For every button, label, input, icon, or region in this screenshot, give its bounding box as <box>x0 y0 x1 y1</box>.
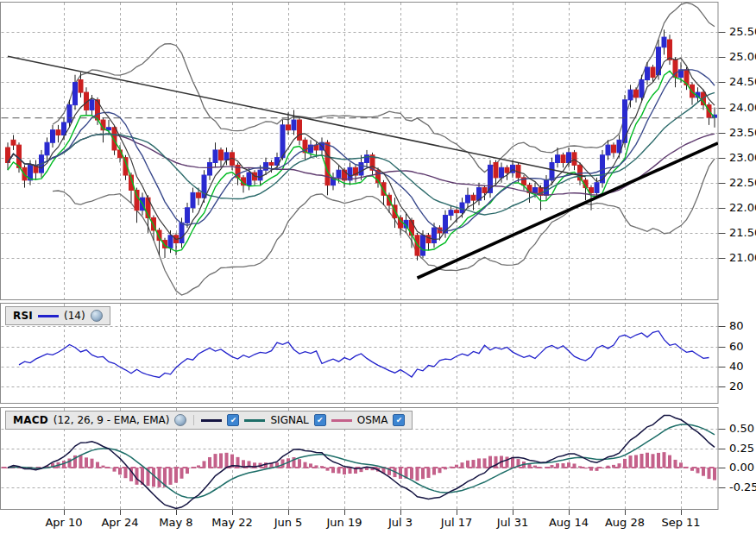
osma-bar <box>696 468 700 473</box>
down-candle <box>612 145 616 153</box>
osma-bar <box>102 466 105 468</box>
signal-line <box>8 424 715 498</box>
osma-bar <box>607 466 610 468</box>
osma-bar <box>629 455 633 468</box>
rsi-legend-params: (14) <box>64 310 85 322</box>
up-candle <box>180 223 184 242</box>
osma-bar <box>528 464 532 468</box>
osma-bar <box>477 458 481 468</box>
up-candle <box>606 145 610 155</box>
price-axis-label: 24.00 <box>729 101 756 114</box>
up-candle <box>264 162 268 170</box>
osma-bar <box>326 468 330 471</box>
down-candle <box>634 90 639 97</box>
date-axis-label: Aug 28 <box>605 516 645 529</box>
osma-bar <box>180 468 184 479</box>
osma-bar <box>107 468 110 468</box>
osma-bar <box>461 462 464 468</box>
osma-bar <box>158 468 161 487</box>
macd-axis-label: 0.00 <box>729 461 754 474</box>
down-candle <box>399 217 403 228</box>
osma-bar <box>203 461 206 468</box>
osma-bar <box>601 468 604 468</box>
up-candle <box>62 123 66 135</box>
up-candle <box>107 128 111 130</box>
date-axis-label: Apr 24 <box>101 516 138 529</box>
osma-bar <box>113 468 117 472</box>
rsi-legend-title: RSI <box>13 310 33 322</box>
price-axis-label: 25.00 <box>729 50 756 63</box>
price-axis-label: 21.50 <box>729 226 756 239</box>
chart-canvas <box>0 0 756 534</box>
signal-visibility-checkbox[interactable]: ✔ <box>314 414 326 426</box>
date-axis-label: May 8 <box>159 516 192 529</box>
osma-bar <box>331 468 335 473</box>
osma-bar <box>96 462 99 468</box>
down-candle <box>505 167 509 173</box>
osma-bar <box>674 460 677 468</box>
down-candle <box>17 145 22 167</box>
osma-bar <box>192 468 195 468</box>
osma-bar <box>298 459 301 468</box>
osma-bar <box>438 468 442 473</box>
up-candle <box>247 173 251 185</box>
osma-bar <box>219 453 223 468</box>
osma-bar <box>208 457 211 468</box>
up-candle <box>567 153 571 163</box>
gridlines <box>2 3 726 515</box>
down-candle <box>325 142 330 185</box>
osma-bar <box>584 468 588 468</box>
osma-bar <box>556 463 559 468</box>
up-candle <box>337 170 341 178</box>
date-axis-label: Jul 31 <box>497 516 528 529</box>
price-axis-label: 21.00 <box>729 251 756 264</box>
osma-bar <box>421 468 425 479</box>
osma-bar <box>309 463 312 468</box>
osma-bar <box>214 454 217 468</box>
osma-bar <box>539 468 543 468</box>
osma-bar <box>657 453 660 468</box>
rsi-axis-label: 60 <box>729 340 744 353</box>
candles <box>6 29 717 260</box>
osma-bar <box>668 455 671 468</box>
osma-bar <box>399 468 402 479</box>
osma-bar <box>444 468 447 469</box>
osma-visibility-checkbox[interactable]: ✔ <box>393 414 405 426</box>
up-candle <box>90 100 94 110</box>
down-candle <box>668 40 672 60</box>
osma-bar <box>455 465 458 468</box>
up-candle <box>292 120 296 130</box>
down-candle <box>482 188 487 193</box>
osma-bar <box>343 468 346 474</box>
osma-bar <box>450 467 453 468</box>
osma-bar <box>578 466 582 468</box>
osma-bar <box>337 468 341 474</box>
down-candle <box>197 192 201 198</box>
down-candle <box>589 188 594 193</box>
up-candle <box>67 105 72 123</box>
osma-legend-label: OSMA <box>357 414 388 426</box>
osma-swatch <box>331 419 352 422</box>
osma-bar <box>533 466 537 468</box>
up-candle <box>466 195 470 203</box>
globe-icon[interactable] <box>174 414 186 426</box>
osma-bar <box>320 466 324 468</box>
osma-bar <box>663 452 666 468</box>
macd-axis-label: 0.50 <box>729 422 754 435</box>
down-candle <box>572 153 576 166</box>
up-candle <box>186 208 190 223</box>
up-candle <box>533 188 538 193</box>
signal-line-swatch <box>244 419 265 422</box>
down-candle <box>651 67 655 78</box>
osma-bar <box>225 453 229 468</box>
macd-visibility-checkbox[interactable]: ✔ <box>227 414 239 426</box>
rsi-line-swatch <box>38 315 59 317</box>
osma-bar <box>690 468 694 471</box>
osma-histogram <box>2 452 719 487</box>
globe-icon[interactable] <box>91 310 103 322</box>
osma-bar <box>91 459 94 468</box>
down-candle <box>455 210 459 213</box>
osma-bar <box>640 454 644 468</box>
date-axis-label: Apr 10 <box>45 516 82 529</box>
osma-bar <box>432 468 436 474</box>
